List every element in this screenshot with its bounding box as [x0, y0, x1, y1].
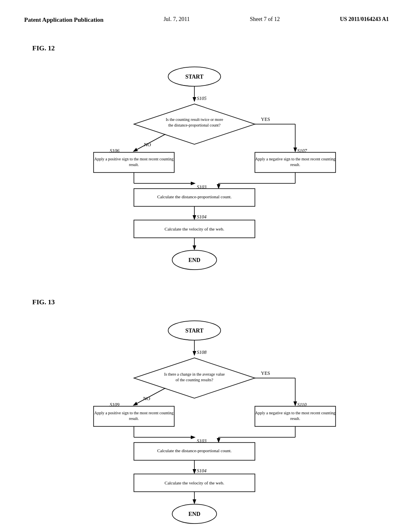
svg-text:S105: S105 — [197, 96, 206, 101]
svg-text:Calculate the distance-proport: Calculate the distance-proportional coun… — [157, 448, 232, 453]
svg-text:result.: result. — [290, 162, 300, 167]
svg-text:of the counting results?: of the counting results? — [175, 378, 213, 382]
svg-text:S104: S104 — [197, 214, 206, 220]
patent-number: US 2011/0164243 A1 — [340, 16, 389, 23]
svg-text:S104: S104 — [197, 468, 206, 474]
svg-text:Apply a negative sign to the m: Apply a negative sign to the most recent… — [255, 411, 336, 415]
fig13-svg: START S108 Is there a change in the aver… — [69, 314, 344, 528]
svg-text:Apply a positive sign to the m: Apply a positive sign to the most recent… — [94, 411, 174, 415]
page-header: Patent Application Publication Jul. 7, 2… — [24, 16, 389, 24]
svg-text:Is there a change in the avera: Is there a change in the average value — [164, 372, 225, 376]
svg-text:NO: NO — [144, 142, 151, 148]
svg-text:result.: result. — [290, 416, 300, 421]
svg-text:the distance-proportional coun: the distance-proportional count? — [168, 123, 221, 127]
fig13-flowchart: START S108 Is there a change in the aver… — [69, 314, 344, 528]
svg-text:NO: NO — [143, 396, 150, 401]
svg-text:Is the counting result twice o: Is the counting result twice or more — [166, 117, 223, 122]
svg-text:result.: result. — [129, 162, 139, 167]
svg-text:YES: YES — [261, 116, 270, 122]
page: Patent Application Publication Jul. 7, 2… — [0, 0, 413, 532]
svg-text:result.: result. — [129, 416, 139, 421]
svg-text:Apply a negative sign to the m: Apply a negative sign to the most recent… — [255, 157, 336, 161]
svg-text:START: START — [185, 328, 204, 334]
sheet-info: Sheet 7 of 12 — [250, 16, 280, 23]
fig13-label: FIG. 13 — [32, 298, 389, 306]
publication-title: Patent Application Publication — [24, 16, 104, 24]
fig12-svg: START S105 Is the counting result twice … — [69, 60, 344, 274]
svg-text:Apply a positive sign to the m: Apply a positive sign to the most recent… — [94, 157, 174, 161]
svg-text:START: START — [185, 74, 204, 80]
svg-text:END: END — [188, 257, 200, 263]
fig12-label: FIG. 12 — [32, 44, 389, 52]
svg-text:S108: S108 — [197, 349, 206, 355]
fig12-flowchart: START S105 Is the counting result twice … — [69, 60, 344, 274]
fig13-section: FIG. 13 START S108 Is there a change in … — [24, 298, 389, 528]
svg-text:YES: YES — [261, 370, 270, 376]
svg-text:Calculate the velocity of the : Calculate the velocity of the web. — [165, 227, 224, 231]
svg-text:Calculate the velocity of the : Calculate the velocity of the web. — [165, 480, 224, 485]
publication-date: Jul. 7, 2011 — [164, 16, 190, 23]
svg-text:Calculate the distance-proport: Calculate the distance-proportional coun… — [157, 194, 232, 199]
svg-text:END: END — [188, 511, 200, 517]
fig12-section: FIG. 12 START S105 Is the counting resul… — [24, 44, 389, 274]
